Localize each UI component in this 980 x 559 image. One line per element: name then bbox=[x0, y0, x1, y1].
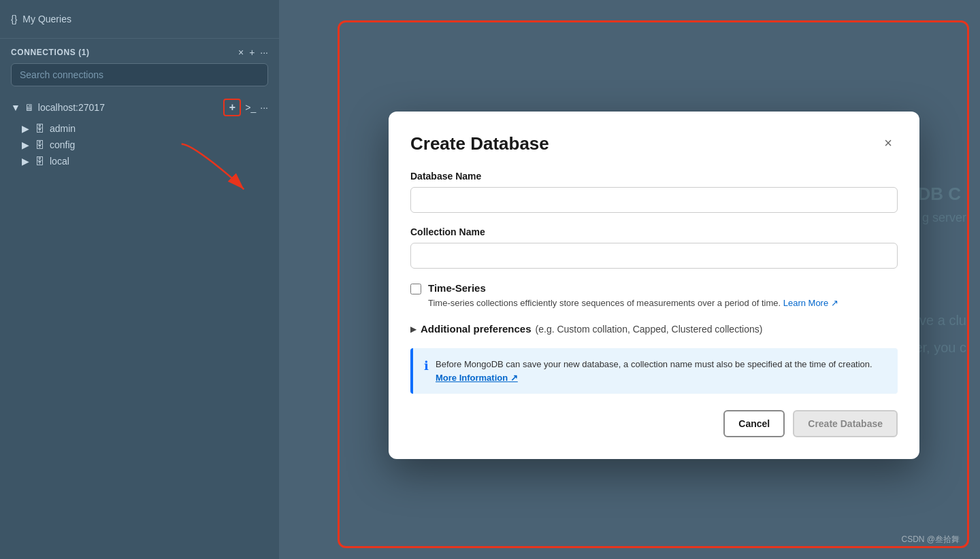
my-queries-icon: {} bbox=[11, 14, 17, 24]
timeseries-group: Time-Series Time-series collections effi… bbox=[410, 282, 898, 310]
connections-actions: × + ··· bbox=[238, 47, 268, 58]
database-name-label: Database Name bbox=[410, 171, 898, 182]
modal-overlay: Create Database × Database Name Collecti… bbox=[347, 31, 961, 540]
database-name-input[interactable] bbox=[410, 187, 898, 213]
expand-icon: ▼ bbox=[11, 102, 20, 113]
db-name: config bbox=[50, 139, 75, 150]
my-queries-label: My Queries bbox=[22, 14, 71, 24]
create-database-modal: Create Database × Database Name Collecti… bbox=[389, 112, 919, 460]
learn-more-link[interactable]: Learn More ↗ bbox=[783, 298, 838, 308]
db-icon: 🗄 bbox=[35, 156, 44, 167]
timeseries-desc: Time-series collections efficiently stor… bbox=[428, 297, 838, 310]
additional-prefs-label: Additional preferences bbox=[421, 323, 532, 335]
add-database-button[interactable]: + bbox=[223, 99, 241, 116]
host-name: localhost:27017 bbox=[38, 102, 105, 113]
add-connection-icon[interactable]: + bbox=[249, 47, 255, 58]
chevron-right-icon: ▶ bbox=[410, 324, 416, 334]
db-expand-icon: ▶ bbox=[22, 139, 29, 150]
info-icon: ℹ bbox=[424, 358, 429, 373]
collection-name-label: Collection Name bbox=[410, 226, 898, 237]
db-name: local bbox=[50, 156, 69, 167]
additional-prefs-toggle[interactable]: ▶ Additional preferences (e.g. Custom co… bbox=[410, 320, 898, 337]
db-name: admin bbox=[50, 123, 76, 134]
host-left: ▼ 🖥 localhost:27017 bbox=[11, 102, 105, 113]
create-database-button[interactable]: Create Database bbox=[793, 410, 898, 437]
host-actions: + >_ ··· bbox=[223, 99, 268, 116]
collection-name-group: Collection Name bbox=[410, 226, 898, 269]
timeseries-checkbox[interactable] bbox=[410, 284, 421, 294]
db-config[interactable]: ▶ 🗄 config bbox=[0, 137, 279, 153]
modal-title: Create Database bbox=[410, 133, 549, 154]
modal-header: Create Database × bbox=[410, 133, 898, 154]
more-info-link[interactable]: More Information ↗ bbox=[436, 373, 518, 383]
close-connections-icon[interactable]: × bbox=[238, 47, 244, 58]
db-icon: 🗄 bbox=[35, 123, 44, 134]
host-icon: 🖥 bbox=[24, 102, 34, 113]
db-icon: 🗄 bbox=[35, 139, 44, 150]
watermark: CSDN @叁拾舞 bbox=[901, 534, 960, 545]
info-text: Before MongoDB can save your new databas… bbox=[436, 358, 887, 384]
db-expand-icon: ▶ bbox=[22, 123, 29, 134]
additional-prefs-hint: (e.g. Custom collation, Capped, Clustere… bbox=[536, 324, 763, 335]
modal-footer: Cancel Create Database bbox=[410, 410, 898, 437]
terminal-icon[interactable]: >_ bbox=[245, 102, 256, 113]
db-expand-icon: ▶ bbox=[22, 156, 29, 167]
host-item[interactable]: ▼ 🖥 localhost:27017 + >_ ··· bbox=[0, 95, 279, 120]
timeseries-content: Time-Series Time-series collections effi… bbox=[428, 282, 838, 310]
sidebar-top: {} My Queries bbox=[0, 0, 279, 39]
sidebar: {} My Queries CONNECTIONS (1) × + ··· ▼ … bbox=[0, 0, 279, 559]
modal-close-button[interactable]: × bbox=[879, 133, 898, 152]
more-connections-icon[interactable]: ··· bbox=[260, 47, 268, 58]
cancel-button[interactable]: Cancel bbox=[723, 410, 785, 437]
my-queries-item[interactable]: {} My Queries bbox=[11, 8, 268, 30]
db-local[interactable]: ▶ 🗄 local bbox=[0, 153, 279, 169]
timeseries-label: Time-Series bbox=[428, 282, 838, 294]
connections-title: CONNECTIONS (1) bbox=[11, 48, 90, 57]
database-name-group: Database Name bbox=[410, 171, 898, 213]
search-connections-input[interactable] bbox=[11, 63, 268, 86]
connections-header: CONNECTIONS (1) × + ··· bbox=[0, 39, 279, 63]
db-admin[interactable]: ▶ 🗄 admin bbox=[0, 120, 279, 137]
collection-name-input[interactable] bbox=[410, 243, 898, 269]
info-box: ℹ Before MongoDB can save your new datab… bbox=[410, 348, 898, 394]
more-host-icon[interactable]: ··· bbox=[260, 102, 268, 113]
